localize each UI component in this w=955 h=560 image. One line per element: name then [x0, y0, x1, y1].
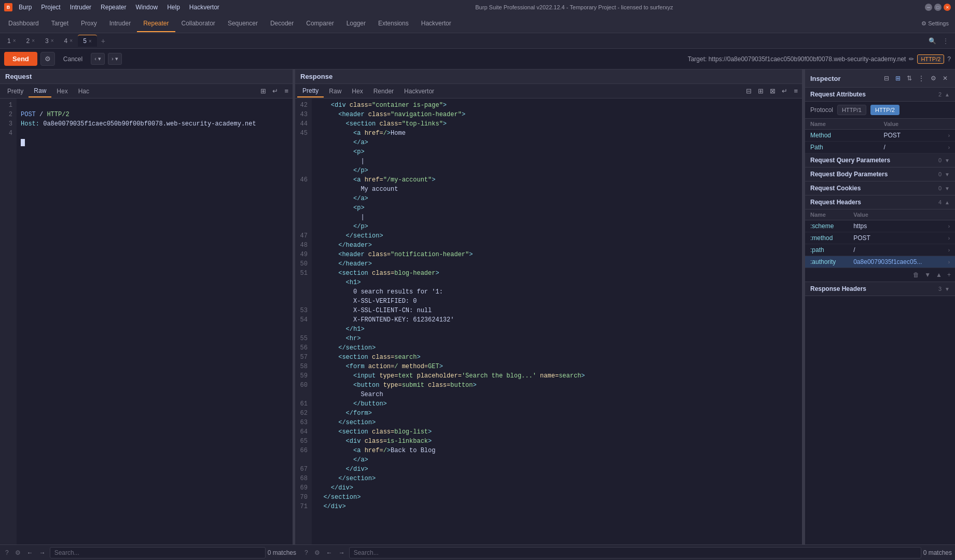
req-search-prev[interactable]: ←	[25, 548, 35, 557]
send-button[interactable]: Send	[4, 52, 37, 66]
nav-logger[interactable]: Logger	[340, 16, 372, 32]
http2-button[interactable]: HTTP/2	[870, 105, 899, 115]
req-attr-method-expand[interactable]: ›	[948, 133, 950, 138]
nav-sequencer[interactable]: Sequencer	[222, 16, 264, 32]
hdr-add-button[interactable]: +	[945, 270, 953, 279]
tab-3[interactable]: 3 ×	[40, 35, 59, 47]
hdr-authority-expand[interactable]: ›	[948, 259, 950, 265]
req-tab-raw[interactable]: Raw	[29, 85, 51, 97]
inspector-sort[interactable]: ⇅	[905, 74, 914, 83]
tab-2[interactable]: 2 ×	[21, 35, 40, 47]
req-tab-pretty[interactable]: Pretty	[2, 86, 29, 97]
close-button[interactable]: ✕	[944, 4, 951, 11]
request-cookies-section[interactable]: Request Cookies 0 ▼	[805, 181, 955, 195]
resp-tab-raw[interactable]: Raw	[324, 86, 347, 97]
inspector-close[interactable]: ✕	[940, 74, 950, 83]
response-code-content[interactable]: <div class="container is-page"> <header …	[312, 99, 802, 544]
tab-1-close[interactable]: ×	[13, 38, 16, 44]
resp-status-help[interactable]: ?	[302, 548, 310, 557]
req-tab-hac[interactable]: Hac	[73, 86, 94, 97]
response-headers-label: Response Headers	[810, 285, 866, 292]
resp-search-next[interactable]: →	[337, 548, 347, 557]
request-code-content[interactable]: POST / HTTP/2 Host: 0a8e0079035f1caec050…	[17, 99, 293, 544]
inspector-grid-view[interactable]: ⊟	[882, 74, 891, 83]
hdr-scheme-expand[interactable]: ›	[948, 223, 950, 229]
menu-help[interactable]: Help	[163, 3, 184, 12]
menu-burp[interactable]: Burp	[15, 3, 36, 12]
resp-split-v[interactable]: ⊞	[756, 86, 766, 96]
resp-tab-pretty[interactable]: Pretty	[297, 85, 324, 97]
add-tab-button[interactable]: +	[97, 35, 109, 47]
req-wrap-toggle[interactable]: ↵	[270, 86, 280, 96]
req-tab-hex[interactable]: Hex	[51, 86, 73, 97]
nav-forward-button[interactable]: › ▾	[108, 53, 122, 65]
settings-button[interactable]: ⚙ Settings	[917, 18, 953, 29]
response-content[interactable]: 42 43 44 45 46 47 48 4	[295, 99, 802, 544]
tab-bar: 1 × 2 × 3 × 4 × 5 × + 🔍 ⋮	[0, 33, 955, 49]
resp-search-prev[interactable]: ←	[324, 548, 335, 557]
nav-hackvertor[interactable]: Hackvertor	[415, 16, 458, 32]
tab-3-close[interactable]: ×	[51, 38, 54, 44]
nav-back-button[interactable]: ‹ ▾	[91, 53, 105, 65]
http1-button[interactable]: HTTP/1	[837, 105, 866, 115]
response-headers-section[interactable]: Response Headers 3 ▼	[805, 282, 955, 296]
nav-extensions[interactable]: Extensions	[372, 16, 415, 32]
menu-repeater[interactable]: Repeater	[96, 3, 130, 12]
tab-5[interactable]: 5 ×	[78, 35, 97, 47]
nav-repeater[interactable]: Repeater	[137, 16, 175, 32]
request-headers-section[interactable]: Request Headers 4 ▲	[805, 195, 955, 209]
hdr-method-expand[interactable]: ›	[948, 235, 950, 241]
hdr-move-down[interactable]: ▼	[922, 270, 933, 279]
resp-status-settings[interactable]: ⚙	[312, 548, 322, 557]
cancel-button[interactable]: Cancel	[58, 53, 88, 65]
inspector-settings[interactable]: ⚙	[929, 74, 938, 83]
send-options-button[interactable]: ⚙	[40, 52, 55, 66]
request-query-params-section[interactable]: Request Query Parameters 0 ▼	[805, 153, 955, 167]
hdr-path-expand[interactable]: ›	[948, 247, 950, 253]
resp-tab-hex[interactable]: Hex	[347, 86, 368, 97]
req-search-input[interactable]	[50, 547, 266, 558]
inspector-list-view[interactable]: ⊞	[893, 74, 903, 83]
req-more-options[interactable]: ≡	[282, 86, 290, 96]
req-status-help[interactable]: ?	[3, 548, 11, 557]
search-tabs-icon[interactable]: 🔍	[926, 36, 938, 46]
resp-inspector-toggle[interactable]: ⊠	[768, 86, 778, 96]
menu-project[interactable]: Project	[37, 3, 64, 12]
tab-1[interactable]: 1 ×	[2, 35, 21, 47]
nav-dashboard[interactable]: Dashboard	[2, 16, 45, 32]
hdr-delete-button[interactable]: 🗑	[911, 270, 921, 279]
req-attr-path-expand[interactable]: ›	[948, 145, 950, 150]
request-body-params-section[interactable]: Request Body Parameters 0 ▼	[805, 167, 955, 181]
more-tabs-icon[interactable]: ⋮	[940, 36, 951, 46]
request-content[interactable]: 1 2 3 4 POST / HTTP/2 Host: 0a8e0079035f…	[0, 99, 293, 544]
menu-hackvertor[interactable]: Hackvertor	[185, 3, 224, 12]
nav-intruder[interactable]: Intruder	[103, 16, 137, 32]
nav-target[interactable]: Target	[45, 16, 75, 32]
req-search-next[interactable]: →	[37, 548, 48, 557]
req-inspector-toggle[interactable]: ⊞	[258, 86, 268, 96]
inspector-filter[interactable]: ⋮	[916, 74, 926, 83]
minimize-button[interactable]: ─	[925, 4, 932, 11]
resp-search-input[interactable]	[349, 547, 921, 558]
menu-intruder[interactable]: Intruder	[66, 3, 95, 12]
nav-comparer[interactable]: Comparer	[300, 16, 340, 32]
tab-4[interactable]: 4 ×	[59, 35, 78, 47]
tab-4-close[interactable]: ×	[70, 38, 73, 44]
nav-collaborator[interactable]: Collaborator	[175, 16, 222, 32]
request-attributes-section[interactable]: Request Attributes 2 ▲	[805, 88, 955, 102]
req-status-settings[interactable]: ⚙	[13, 548, 23, 557]
resp-more-options[interactable]: ≡	[792, 86, 800, 96]
help-icon[interactable]: ?	[947, 55, 951, 63]
resp-tab-hackvertor[interactable]: Hackvertor	[399, 86, 439, 97]
menu-window[interactable]: Window	[131, 3, 162, 12]
resp-tab-render[interactable]: Render	[368, 86, 399, 97]
resp-split-h[interactable]: ⊟	[744, 86, 754, 96]
edit-target-icon[interactable]: ✏	[909, 55, 914, 63]
nav-proxy[interactable]: Proxy	[75, 16, 103, 32]
nav-decoder[interactable]: Decoder	[264, 16, 300, 32]
tab-2-close[interactable]: ×	[32, 38, 35, 44]
tab-5-close[interactable]: ×	[89, 38, 92, 44]
resp-wrap-toggle[interactable]: ↵	[780, 86, 790, 96]
hdr-move-up[interactable]: ▲	[934, 270, 944, 279]
maximize-button[interactable]: □	[934, 4, 942, 11]
